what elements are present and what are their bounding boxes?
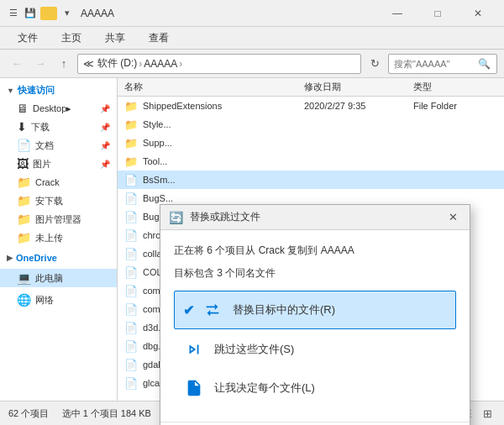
table-row[interactable]: 📁 ShippedExtensions 2020/2/27 9:35 File … [118,97,504,115]
large-icons-view-button[interactable]: ⊞ [479,406,496,422]
sidebar-item-label: 文档 [35,139,54,152]
svg-rect-0 [191,389,197,390]
onedrive-section: ▶ OneDrive [0,250,117,265]
file-icon: 📄 [124,229,138,242]
address-path[interactable]: ≪ 软件 (D:) › AAAAA › [77,54,361,74]
close-button[interactable]: ✕ [459,0,497,27]
replace-option[interactable]: ✔ 替换目标中的文件(R) [174,291,456,329]
tab-view[interactable]: 查看 [138,27,180,49]
replace-dialog: 🔄 替换或跳过文件 ✕ 正在将 6 个项目从 Crack 复制到 AAAAA 目… [160,204,470,425]
sidebar-item-crack[interactable]: 📁 Crack [0,173,117,192]
table-row[interactable]: 📁 Supp... [118,134,504,152]
sidebar-item-unuploaded[interactable]: 📁 未上传 [0,228,117,247]
dialog-info-text: 正在将 6 个项目从 Crack 复制到 AAAAA [174,244,456,258]
tab-share[interactable]: 共享 [94,27,136,49]
path-root: ≪ [83,58,94,70]
onedrive-header[interactable]: ▶ OneDrive [0,250,117,265]
table-row[interactable]: 📄 BsSm... [118,171,504,189]
network-icon: 🌐 [17,293,31,307]
sidebar-item-documents[interactable]: 📄 文档 📌 [0,136,117,155]
ribbon-tabs: 文件 主页 共享 查看 [0,27,504,49]
search-input[interactable] [394,59,478,69]
dialog-title-icon: 🔄 [169,211,183,224]
file-name: Style... [143,119,304,129]
onedrive-label: OneDrive [16,253,57,263]
col-type-header[interactable]: 类型 [413,81,497,93]
andown-folder-icon: 📁 [17,194,31,207]
item-count-text: 62 个项目 [8,408,49,418]
dialog-footer[interactable]: ▶ 简略信息 [160,422,470,425]
dropdown-icon[interactable]: ▾ [60,7,74,20]
file-icon: 📄 [124,322,138,334]
chevron-icon: ▼ [7,87,14,95]
decide-option[interactable]: 让我决定每个文件(L) [174,370,456,407]
quick-access-label: 快速访问 [18,84,55,97]
skip-option[interactable]: 跳过这些文件(S) [174,331,456,368]
skip-icon [182,338,206,361]
pin-icon: 📌 [100,123,110,132]
tab-home[interactable]: 主页 [50,27,92,49]
sidebar-item-label: 图片 [33,158,51,171]
sidebar-item-andown[interactable]: 📁 安下载 [0,192,117,210]
sidebar-item-thispc[interactable]: 💻 此电脑 [0,269,117,287]
check-icon: ✔ [183,302,194,318]
desktop-icon: 🖥 [17,102,29,115]
unuploaded-folder-icon: 📁 [17,231,31,244]
up-button[interactable]: ↑ [54,54,74,74]
selected-info-text: 选中 1 个项目 184 KB [62,408,151,418]
minimize-button[interactable]: — [378,0,417,27]
sidebar-item-photolib[interactable]: 📁 图片管理器 [0,210,117,228]
replace-icon [201,298,224,322]
sidebar-item-label: 图片管理器 [35,213,81,226]
table-row[interactable]: 📁 Style... [118,115,504,134]
main-content: ▼ 快速访问 🖥 Desktop▸ 📌 ⬇ 下载 📌 📄 文档 📌 🖼 图片 [0,78,504,401]
window-controls: — □ ✕ [378,0,497,27]
file-name: BsSm... [143,175,304,185]
sidebar-item-pictures[interactable]: 🖼 图片 📌 [0,155,117,173]
back-button[interactable]: ← [7,54,27,74]
pin-icon: 📌 [100,141,110,150]
address-bar: ← → ↑ ≪ 软件 (D:) › AAAAA › ↻ 🔍 [0,50,504,78]
quick-access-icon[interactable]: 💾 [24,7,37,20]
folder-icon [40,7,57,20]
file-icon: 📁 [124,155,138,168]
tab-file[interactable]: 文件 [7,27,49,49]
sidebar-item-label: 未上传 [35,232,63,244]
pin-icon: 📌 [100,160,110,169]
file-icon: 📄 [124,377,138,390]
sidebar-item-label: Desktop▸ [33,103,71,114]
file-icon: 📄 [124,359,138,371]
skip-option-text: 跳过这些文件(S) [214,342,294,357]
system-menu-icon[interactable]: ☰ [7,7,20,20]
sidebar-item-label: 安下载 [35,195,63,207]
file-type: File Folder [413,101,497,111]
forward-button[interactable]: → [30,54,50,74]
sidebar-item-label: Crack [35,177,60,187]
table-row[interactable]: 📁 Tool... [118,152,504,171]
dialog-title-text: 替换或跳过文件 [190,210,444,224]
sidebar-item-desktop[interactable]: 🖥 Desktop▸ 📌 [0,99,117,118]
documents-icon: 📄 [17,139,31,152]
title-bar-icons: ☰ 💾 ▾ [7,7,74,20]
network-label: 网络 [35,294,54,307]
quick-access-header[interactable]: ▼ 快速访问 [0,81,117,99]
refresh-button[interactable]: ↻ [365,54,385,74]
sidebar-item-downloads[interactable]: ⬇ 下载 📌 [0,118,117,136]
col-date-header[interactable]: 修改日期 [304,81,413,93]
path-drive: 软件 (D:) [97,56,137,71]
file-name: BugS... [143,193,304,203]
file-icon: 📁 [124,137,138,150]
dialog-close-button[interactable]: ✕ [444,209,461,226]
thispc-icon: 💻 [17,271,31,285]
pictures-icon: 🖼 [17,157,29,171]
maximize-button[interactable]: □ [418,0,457,27]
file-list-header: 名称 修改日期 类型 [118,78,504,97]
search-box[interactable]: 🔍 [388,54,497,74]
replace-option-text: 替换目标中的文件(R) [233,302,335,317]
dialog-body: 正在将 6 个项目从 Crack 复制到 AAAAA 目标包含 3 个同名文件 … [160,230,470,422]
file-icon: 📄 [124,266,138,279]
col-name-header[interactable]: 名称 [124,81,304,93]
sidebar-item-network[interactable]: 🌐 网络 [0,291,117,309]
file-icon: 📁 [124,118,138,131]
pin-icon: 📌 [100,104,110,113]
